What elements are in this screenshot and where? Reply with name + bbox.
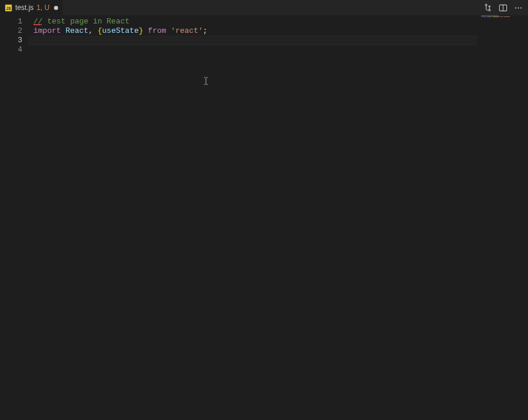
tab-group: JS test.js 1, U	[0, 0, 63, 15]
editor-area[interactable]: 1 2 3 4 // test page in React import Rea…	[0, 15, 528, 420]
code-token: 'react'	[171, 26, 203, 35]
line-number: 4	[0, 45, 28, 55]
minimap-line	[481, 16, 528, 18]
svg-text:JS: JS	[6, 6, 12, 10]
tab-bar: JS test.js 1, U	[0, 0, 528, 15]
split-editor-icon[interactable]	[497, 2, 508, 13]
code-token: from	[148, 26, 166, 35]
tab-filename: test.js	[15, 4, 33, 12]
minimap[interactable]	[481, 15, 528, 19]
line-number: 1	[0, 17, 28, 26]
code-token: useState	[102, 26, 138, 35]
code-token	[61, 26, 66, 35]
editor-tab[interactable]: JS test.js 1, U	[0, 0, 63, 15]
compare-changes-icon[interactable]	[482, 2, 493, 13]
code-token: React	[66, 26, 89, 35]
svg-point-3	[488, 9, 490, 11]
code-token	[143, 26, 148, 35]
unsaved-indicator-icon	[54, 6, 58, 10]
code-line[interactable]: // test page in React	[33, 17, 528, 26]
code-token: ,	[89, 26, 98, 35]
svg-point-8	[520, 7, 522, 8]
code-line[interactable]	[33, 45, 528, 55]
svg-point-6	[515, 7, 516, 8]
code-token: ;	[203, 26, 208, 35]
tab-modified-indicator: 1, U	[36, 4, 49, 12]
javascript-file-icon: JS	[5, 4, 12, 12]
code-token: import	[33, 26, 61, 35]
current-line-highlight	[28, 36, 477, 45]
text-cursor-icon	[204, 77, 208, 85]
line-number: 3	[0, 36, 28, 45]
svg-point-7	[517, 7, 519, 8]
code-token	[166, 26, 171, 35]
editor-actions	[482, 2, 528, 13]
error-squiggle	[33, 24, 42, 25]
code-token: {	[97, 26, 102, 35]
more-actions-icon[interactable]	[513, 2, 523, 13]
line-number-gutter: 1 2 3 4	[0, 15, 28, 420]
code-token: // test page in React	[33, 17, 130, 26]
line-number: 2	[0, 26, 28, 36]
svg-point-2	[485, 4, 487, 5]
code-content[interactable]: // test page in React import React, {use…	[28, 15, 528, 420]
code-line[interactable]: import React, {useState} from 'react';	[33, 26, 528, 36]
